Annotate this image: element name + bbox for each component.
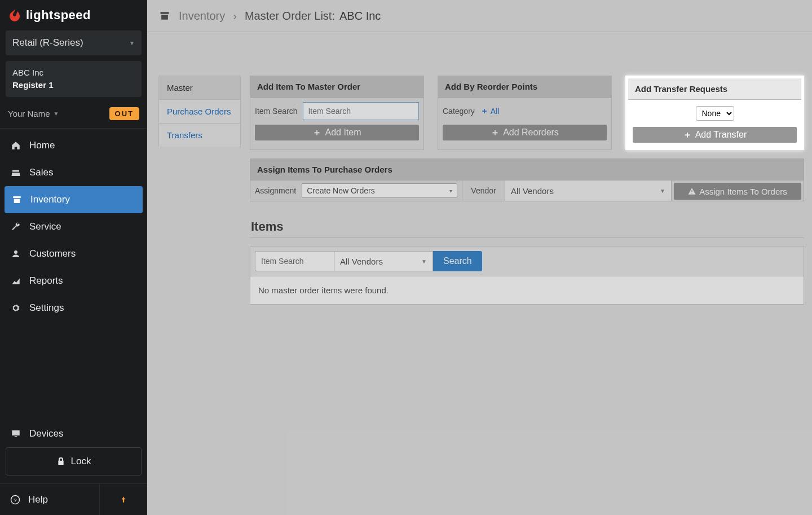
- chevron-right-icon: ›: [233, 10, 237, 23]
- panel-heading: Add Item To Master Order: [250, 76, 423, 98]
- store-info[interactable]: ABC Inc Register 1: [6, 61, 142, 97]
- main-nav: Home Sales Inventory Service Customers R…: [0, 128, 147, 417]
- store-name: ABC Inc: [12, 67, 135, 79]
- button-label: Add Reorders: [503, 127, 559, 138]
- breadcrumb-label: Master Order List:: [245, 10, 335, 23]
- nav-reports[interactable]: Reports: [0, 267, 147, 294]
- nav-service[interactable]: Service: [0, 213, 147, 240]
- user-name: Your Name: [8, 109, 50, 118]
- assignment-label: Assignment: [255, 186, 296, 195]
- vendor-select[interactable]: All Vendors ▼: [505, 181, 672, 201]
- category-all-link[interactable]: ＋ All: [480, 106, 500, 116]
- product-switcher-label: Retail (R-Series): [12, 37, 83, 49]
- nav-label: Devices: [29, 428, 63, 439]
- content-area: Master Purchase Orders Transfers Add Ite…: [147, 32, 812, 515]
- sidebar: lightspeed Retail (R-Series) ▼ ABC Inc R…: [0, 0, 147, 515]
- nav-label: Home: [29, 140, 55, 151]
- plus-icon: ＋: [312, 127, 321, 139]
- tab-purchase-orders[interactable]: Purchase Orders: [159, 100, 240, 124]
- plus-icon: ＋: [480, 106, 488, 116]
- sidebar-footer: ? Help: [0, 483, 147, 515]
- svg-point-0: [14, 250, 17, 254]
- nav-label: Reports: [29, 275, 63, 287]
- help-label: Help: [28, 494, 48, 505]
- panel-add-item: Add Item To Master Order Item Search ＋ A…: [250, 76, 424, 150]
- nav-devices[interactable]: Devices: [6, 420, 142, 447]
- nav-settings[interactable]: Settings: [0, 294, 147, 322]
- user-row[interactable]: Your Name ▼ OUT: [6, 105, 142, 122]
- chevron-down-icon: ▼: [129, 40, 135, 46]
- items-vendor-select[interactable]: All Vendors ▼: [334, 251, 433, 271]
- assign-items-button[interactable]: Assign Items To Orders: [674, 183, 801, 200]
- gear-icon: [10, 302, 21, 314]
- button-label: Add Transfer: [695, 130, 747, 140]
- breadcrumb-bar: Inventory › Master Order List: ABC Inc: [147, 0, 812, 32]
- assignment-select[interactable]: Create New Orders ▾: [302, 183, 457, 198]
- assign-row: Assignment Create New Orders ▾ Vendor Al…: [250, 180, 804, 201]
- panel-heading: Add Transfer Requests: [628, 78, 801, 100]
- user-icon: [10, 248, 21, 259]
- divider: [250, 237, 804, 238]
- vendor-label-cell: Vendor: [462, 181, 505, 201]
- vendor-label: Vendor: [471, 186, 496, 195]
- monitor-icon: [10, 428, 21, 439]
- add-item-button[interactable]: ＋ Add Item: [255, 125, 419, 140]
- button-label: Search: [443, 256, 472, 266]
- items-heading: Items: [251, 219, 804, 234]
- lock-icon: [56, 457, 65, 466]
- items-search-box: All Vendors ▼ Search: [250, 246, 804, 276]
- plus-icon: ＋: [491, 127, 500, 139]
- lock-button[interactable]: Lock: [6, 447, 142, 476]
- wrench-icon: [10, 221, 21, 232]
- help-icon: ?: [10, 495, 20, 505]
- add-reorders-button[interactable]: ＋ Add Reorders: [443, 125, 607, 140]
- nav-inventory[interactable]: Inventory: [5, 186, 143, 213]
- chevron-down-icon: ▼: [54, 111, 59, 117]
- link-label: All: [491, 107, 500, 116]
- nav-home[interactable]: Home: [0, 132, 147, 159]
- nav-customers[interactable]: Customers: [0, 240, 147, 267]
- register-name: Register 1: [12, 79, 135, 91]
- product-switcher[interactable]: Retail (R-Series) ▼: [6, 30, 142, 55]
- nav-label: Sales: [29, 167, 54, 178]
- items-search-input[interactable]: [255, 251, 334, 271]
- category-label: Category: [443, 107, 475, 116]
- help-button[interactable]: ? Help: [0, 484, 100, 515]
- chevron-down-icon: ▼: [421, 258, 427, 265]
- item-search-input[interactable]: [303, 102, 419, 120]
- panel-transfer-requests: Add Transfer Requests None ＋ Add Transfe…: [625, 76, 804, 150]
- item-search-label: Item Search: [255, 107, 297, 116]
- plus-icon: ＋: [683, 129, 692, 141]
- pin-button[interactable]: [100, 484, 147, 515]
- svg-text:?: ?: [14, 496, 17, 503]
- breadcrumb-root[interactable]: Inventory: [179, 10, 225, 23]
- nav-label: Service: [29, 221, 61, 232]
- out-badge[interactable]: OUT: [109, 107, 139, 120]
- panels-row: Add Item To Master Order Item Search ＋ A…: [250, 76, 804, 150]
- assignment-value: Create New Orders: [307, 186, 375, 195]
- chevron-down-icon: ▾: [449, 188, 452, 194]
- warning-icon: [688, 187, 696, 195]
- tab-transfers[interactable]: Transfers: [159, 124, 240, 147]
- lock-label: Lock: [71, 456, 91, 467]
- assign-button-cell: Assign Items To Orders: [672, 181, 804, 201]
- chart-icon: [10, 275, 21, 287]
- search-button[interactable]: Search: [433, 251, 482, 271]
- tab-master[interactable]: Master: [159, 76, 240, 100]
- nav-label: Inventory: [30, 194, 70, 205]
- nav-label: Customers: [29, 248, 76, 259]
- assign-cell-assignment: Assignment Create New Orders ▾: [250, 181, 462, 201]
- items-section: Items All Vendors ▼ Search No master ord…: [250, 210, 804, 305]
- items-vendor-value: All Vendors: [340, 257, 383, 266]
- button-label: Assign Items To Orders: [699, 187, 787, 196]
- empty-message: No master order items were found.: [250, 276, 804, 305]
- inner-tabs: Master Purchase Orders Transfers: [158, 76, 241, 147]
- brand-logo-row: lightspeed: [0, 0, 147, 29]
- add-transfer-button[interactable]: ＋ Add Transfer: [633, 127, 797, 143]
- breadcrumb-value: ABC Inc: [339, 10, 381, 23]
- nav-sales[interactable]: Sales: [0, 159, 147, 186]
- chevron-down-icon: ▼: [660, 188, 665, 194]
- vendor-value: All Vendors: [511, 186, 554, 196]
- transfer-select[interactable]: None: [696, 106, 734, 121]
- nav-label: Settings: [29, 302, 64, 314]
